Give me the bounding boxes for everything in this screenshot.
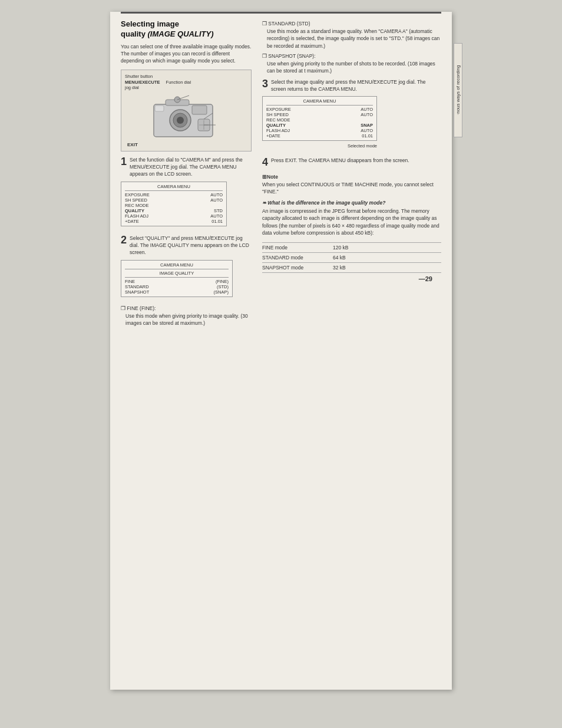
function-dial-label: Function dial <box>166 80 191 85</box>
step-3-number: 3 <box>262 78 268 89</box>
menu1-left-1: SH SPEED <box>125 197 147 203</box>
menu1-right-4: AUTO <box>210 213 223 219</box>
camera-illustration <box>148 93 224 140</box>
standard-bullet-body: Use this mode as a standard image qualit… <box>262 28 441 50</box>
menu1-row-2: REC MODE <box>125 203 223 208</box>
step-2-block: 2 Select "QUALITY" and press MENU/EXECUT… <box>121 235 252 299</box>
menu1-right-0: AUTO <box>210 192 223 197</box>
menu3-left-1: SH SPEED <box>266 112 289 117</box>
svg-point-3 <box>177 117 184 124</box>
top-rule <box>121 12 441 14</box>
menu3-title: CAMERA MENU <box>266 98 373 106</box>
camera-menu-3: CAMERA MENU EXPOSURE AUTO SH SPEED AUTO … <box>262 96 377 141</box>
menu1-left-2: REC MODE <box>125 203 148 208</box>
note-title: ⊞Note <box>262 174 441 180</box>
menu3-row-3: QUALITY SNAP <box>266 123 373 128</box>
snapshot-bullet-body: Use when giving priority to the number o… <box>262 60 441 75</box>
step-4-block: 4 Press EXIT. The CAMERA MENU disappears… <box>262 157 441 167</box>
table-snapshot-mode: SNAPSHOT mode <box>262 265 333 271</box>
iq-row-2: SNAPSHOT (SNAP) <box>125 289 229 295</box>
step-4-number: 4 <box>262 157 268 167</box>
menu3-row-4: FLASH ADJ AUTO <box>266 128 373 133</box>
fine-bullet-title: ❒ FINE (FINE): <box>121 305 252 311</box>
menu-function-row: MENU/EXECUTE Function dial <box>125 80 247 85</box>
iq-left-1: STANDARD <box>125 284 149 289</box>
shutter-label-row: Shutter button <box>125 74 247 79</box>
menu3-left-0: EXPOSURE <box>266 107 291 112</box>
table-fine-mode: FINE mode <box>262 245 333 251</box>
menu3-right-3: SNAP <box>361 123 373 128</box>
note-body: When you select CONTINUOUS or TIME MACHI… <box>262 181 441 196</box>
menu1-right-1: AUTO <box>210 197 223 203</box>
menu1-row-1: SH SPEED AUTO <box>125 197 223 203</box>
image-quality-menu: CAMERA MENU IMAGE QUALITY FINE (FINE) ST… <box>121 260 233 297</box>
step-3-block: 3 Select the image quality and press the… <box>262 78 441 151</box>
page-container: Selecting image quality (IMAGE QUALITY) … <box>110 12 452 690</box>
jog-label-row: jog dial <box>125 85 247 90</box>
menu3-row-0: EXPOSURE AUTO <box>266 107 373 112</box>
page-number: —29 <box>262 273 441 282</box>
menu1-title: CAMERA MENU <box>125 184 223 191</box>
step-2-text: Select "QUALITY" and press MENU/EXECUTE … <box>130 235 252 256</box>
step-4-text: Press EXIT. The CAMERA MENU disappears f… <box>271 157 441 164</box>
fine-bullet-body: Use this mode when giving priority to im… <box>121 312 252 327</box>
standard-bullet: ❒ STANDARD (STD) Use this mode as a stan… <box>262 21 441 50</box>
menu1-left-0: EXPOSURE <box>125 192 150 197</box>
shutter-label: Shutter button <box>125 74 153 79</box>
step-2-number: 2 <box>121 235 127 245</box>
menu3-right-1: AUTO <box>361 112 373 117</box>
iq-left-2: SNAPSHOT <box>125 289 149 295</box>
jog-dial-label: jog dial <box>125 85 139 90</box>
table-row-fine: FINE mode 120 kB <box>262 242 441 252</box>
standard-bullet-title: ❒ STANDARD (STD) <box>262 21 441 27</box>
exit-label: EXIT <box>127 142 247 147</box>
menu3-right-0: AUTO <box>361 107 373 112</box>
table-standard-mode: STANDARD mode <box>262 255 333 261</box>
quality-table: FINE mode 120 kB STANDARD mode 64 kB SNA… <box>262 242 441 273</box>
title-bold: Selecting image <box>121 19 179 28</box>
menu1-row-5: +DATE 01.01 <box>125 219 223 224</box>
diagram-labels: Shutter button MENU/EXECUTE Function dia… <box>125 74 247 90</box>
title-bold2: quality <box>121 29 146 38</box>
page-title: Selecting image quality (IMAGE QUALITY) <box>121 19 252 39</box>
camera-menu-1: CAMERA MENU EXPOSURE AUTO SH SPEED AUTO … <box>121 182 227 226</box>
iq-left-0: FINE <box>125 279 135 284</box>
step-3-text: Select the image quality and press the M… <box>271 78 441 93</box>
menu1-right-5: 01.01 <box>211 219 223 224</box>
table-standard-size: 64 kB <box>333 255 441 261</box>
menu3-row-2: REC MODE <box>266 117 373 123</box>
menu3-left-2: REC MODE <box>266 117 290 123</box>
menu1-left-4: FLASH ADJ <box>125 213 148 219</box>
iq-right-0: (FINE) <box>216 279 229 284</box>
table-row-snapshot: SNAPSHOT mode 32 kB <box>262 262 441 273</box>
left-column: Selecting image quality (IMAGE QUALITY) … <box>116 19 257 330</box>
menu3-left-4: FLASH ADJ <box>266 128 290 133</box>
iq-row-0: FINE (FINE) <box>125 279 229 284</box>
selected-mode-label: Selected mode <box>262 143 377 149</box>
snapshot-bullet-title: ❒ SNAPSHOT (SNAP): <box>262 53 441 59</box>
table-row-standard: STANDARD mode 64 kB <box>262 252 441 262</box>
menu1-left-3: QUALITY <box>125 208 144 213</box>
intro-text: You can select one of three available im… <box>121 43 252 65</box>
quality-explanation: An image is compressed in the JPEG forma… <box>262 207 441 236</box>
vertical-sidebar-text: ·nous ways of recording <box>454 43 462 137</box>
content-area: Selecting image quality (IMAGE QUALITY) … <box>110 19 452 342</box>
iq-submenu-title: IMAGE QUALITY <box>125 271 229 278</box>
italic-question: ❧ What is the difference in the image qu… <box>262 200 441 206</box>
menu-execute-label: MENU/EXECUTE <box>125 80 160 85</box>
table-fine-size: 120 kB <box>333 245 441 251</box>
menu3-left-5: +DATE <box>266 133 280 139</box>
camera-diagram: Shutter button MENU/EXECUTE Function dia… <box>121 70 252 151</box>
snapshot-bullet: ❒ SNAPSHOT (SNAP): Use when giving prior… <box>262 53 441 75</box>
table-snapshot-size: 32 kB <box>333 265 441 271</box>
svg-rect-4 <box>192 106 207 114</box>
step-1-block: 1 Set the function dial to "CAMERA M" an… <box>121 156 252 229</box>
step-1-number: 1 <box>121 156 127 167</box>
menu3-right-4: AUTO <box>361 128 373 133</box>
title-italic: (IMAGE QUALITY) <box>148 29 214 38</box>
menu1-row-0: EXPOSURE AUTO <box>125 192 223 197</box>
menu3-row-5: +DATE 01.01 <box>266 133 373 139</box>
step-1-text: Set the function dial to "CAMERA M" and … <box>130 156 252 178</box>
menu3-right-5: 01.01 <box>362 133 373 139</box>
note-section: ⊞Note When you select CONTINUOUS or TIME… <box>262 174 441 196</box>
